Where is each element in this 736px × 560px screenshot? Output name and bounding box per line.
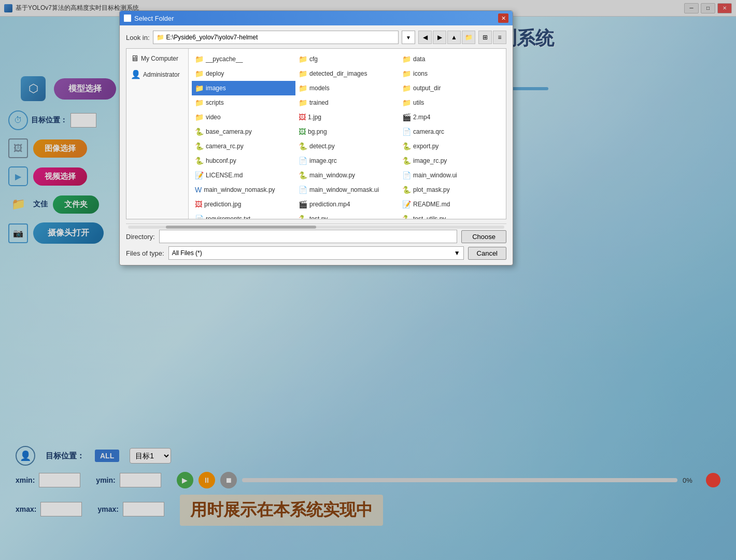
list-item[interactable]: 🐍base_camera.py <box>192 124 295 139</box>
list-item[interactable]: 🐍detect.py <box>295 139 399 153</box>
view-grid-button[interactable]: ⊞ <box>478 31 492 44</box>
folder-icon: 📁 <box>402 99 411 107</box>
nav-item-mycomputer[interactable]: 🖥 My Computer <box>126 51 188 66</box>
folder-icon: 📁 <box>195 69 204 78</box>
list-item[interactable]: 📁models <box>295 81 399 95</box>
files-type-value: All Files (*) <box>172 249 202 257</box>
png-icon: 🖼 <box>299 128 306 136</box>
dialog-title-bar: Select Folder ✕ <box>120 11 513 25</box>
list-item[interactable]: 🐍test.py <box>295 212 399 219</box>
cancel-button[interactable]: Cancel <box>468 247 506 260</box>
files-type-row: Files of type: All Files (*) ▼ Cancel <box>126 246 506 260</box>
nav-new-folder-button[interactable]: 📁 <box>462 31 475 44</box>
dialog-close-button[interactable]: ✕ <box>498 13 508 23</box>
directory-row: Directory: Choose <box>126 230 506 243</box>
view-list-button[interactable]: ≡ <box>493 31 506 44</box>
py-icon: 🐍 <box>299 171 307 179</box>
scrollbar[interactable] <box>126 223 506 230</box>
nav-up-button[interactable]: ▲ <box>447 31 461 44</box>
list-item[interactable]: 📁scripts <box>192 95 295 110</box>
list-item[interactable]: 🖼prediction.jpg <box>192 197 295 212</box>
folder-icon: 📁 <box>195 99 204 107</box>
list-item[interactable]: 📁__pycache__ <box>192 52 295 66</box>
list-item[interactable]: 📁trained <box>295 95 399 110</box>
nav-item-administrator[interactable]: 👤 Administrator <box>126 66 188 82</box>
list-item[interactable]: 🎬prediction.mp4 <box>295 197 399 212</box>
list-item[interactable]: 🐍hubconf.py <box>192 153 295 168</box>
nav-forward-button[interactable]: ▶ <box>433 31 446 44</box>
scrollbar-thumb <box>166 226 316 229</box>
list-item[interactable]: 📁cfg <box>295 52 399 66</box>
folder-icon: 📁 <box>299 84 307 92</box>
list-item[interactable]: 📝README.md <box>399 197 503 212</box>
list-item[interactable]: 🖼bg.png <box>295 124 399 139</box>
list-item[interactable]: 🐍image_rc.py <box>399 153 503 168</box>
list-item[interactable]: 🎬2.mp4 <box>399 110 503 124</box>
select-folder-dialog: Select Folder ✕ Look in: 📁 E:\Pyside6_yo… <box>119 10 513 265</box>
lookin-path: E:\Pyside6_yolov7\yolov7-helmet <box>166 34 258 41</box>
list-item[interactable]: Wmain_window_nomask.py <box>192 183 295 197</box>
folder-icon: 📁 <box>299 55 307 63</box>
lookin-input[interactable]: 📁 E:\Pyside6_yolov7\yolov7-helmet <box>153 31 399 44</box>
scrollbar-track <box>128 226 504 229</box>
list-item[interactable]: 🐍export.py <box>399 139 503 153</box>
list-item[interactable]: 📄main_window_nomask.ui <box>295 183 399 197</box>
py-icon: 🐍 <box>299 142 307 150</box>
word-icon: W <box>195 186 202 194</box>
choose-button[interactable]: Choose <box>461 230 506 243</box>
nav-back-button[interactable]: ◀ <box>418 31 432 44</box>
md-icon: 📝 <box>402 200 411 208</box>
qrc-icon: 📄 <box>299 157 307 165</box>
qrc-icon: 📄 <box>402 128 411 136</box>
folder-icon: 📁 <box>402 69 411 78</box>
list-item[interactable]: 📁video <box>192 110 295 124</box>
files-type-select[interactable]: All Files (*) ▼ <box>168 246 464 260</box>
py-icon: 🐍 <box>402 186 411 194</box>
list-item[interactable]: 📁data <box>399 52 503 66</box>
list-item[interactable]: 📄image.qrc <box>295 153 399 168</box>
list-item[interactable]: 🐍main_window.py <box>295 168 399 183</box>
py-icon: 🐍 <box>299 215 307 219</box>
mp4-icon: 🎬 <box>402 113 411 121</box>
py-icon: 🐍 <box>195 157 204 165</box>
dialog-icon <box>124 15 131 22</box>
list-item[interactable]: 📄camera.qrc <box>399 124 503 139</box>
lookin-label: Look in: <box>126 34 150 41</box>
view-buttons: ⊞ ≡ <box>478 31 506 44</box>
jpg-icon: 🖼 <box>299 113 306 121</box>
list-item[interactable]: 🐍plot_mask.py <box>399 183 503 197</box>
folder-icon: 📁 <box>299 69 307 78</box>
py-icon: 🐍 <box>402 157 411 165</box>
nav-buttons: ◀ ▶ ▲ 📁 <box>418 31 475 44</box>
list-item[interactable]: 🐍test_utils.py <box>399 212 503 219</box>
user-icon: 👤 <box>131 69 141 79</box>
list-item[interactable]: 🖼1.jpg <box>295 110 399 124</box>
directory-input[interactable] <box>159 230 458 243</box>
list-item[interactable]: 📁output_dir <box>399 81 503 95</box>
list-item[interactable]: 📁images <box>192 81 295 95</box>
list-item[interactable]: 📄requirements.txt <box>192 212 295 219</box>
nav-panel: 🖥 My Computer 👤 Administrator <box>126 49 189 219</box>
folder-icon: 📁 <box>195 113 204 121</box>
list-item[interactable]: 📁deploy <box>192 66 295 81</box>
file-browser: 🖥 My Computer 👤 Administrator 📁__pycache… <box>126 48 506 219</box>
folder-icon: 📁 <box>195 55 204 63</box>
list-item[interactable]: 📁utils <box>399 95 503 110</box>
list-item[interactable]: 📁detected_dir_images <box>295 66 399 81</box>
directory-label: Directory: <box>126 233 155 241</box>
folder-icon: 📁 <box>402 55 411 63</box>
list-item[interactable]: 📄main_window.ui <box>399 168 503 183</box>
jpg-icon: 🖼 <box>195 200 202 208</box>
folder-icon: 📁 <box>195 84 204 92</box>
lookin-row: Look in: 📁 E:\Pyside6_yolov7\yolov7-helm… <box>126 31 506 44</box>
folder-icon: 📁 <box>299 99 307 107</box>
dialog-title: Select Folder <box>134 15 498 22</box>
py-icon: 🐍 <box>195 142 204 150</box>
list-item[interactable]: 📝LICENSE.md <box>192 168 295 183</box>
txt-icon: 📄 <box>195 215 204 219</box>
lookin-dropdown[interactable]: ▼ <box>402 31 415 44</box>
list-item[interactable]: 🐍camera_rc.py <box>192 139 295 153</box>
dropdown-arrow-icon: ▼ <box>454 249 460 257</box>
dialog-overlay: Select Folder ✕ Look in: 📁 E:\Pyside6_yo… <box>0 0 736 560</box>
list-item[interactable]: 📁icons <box>399 66 503 81</box>
